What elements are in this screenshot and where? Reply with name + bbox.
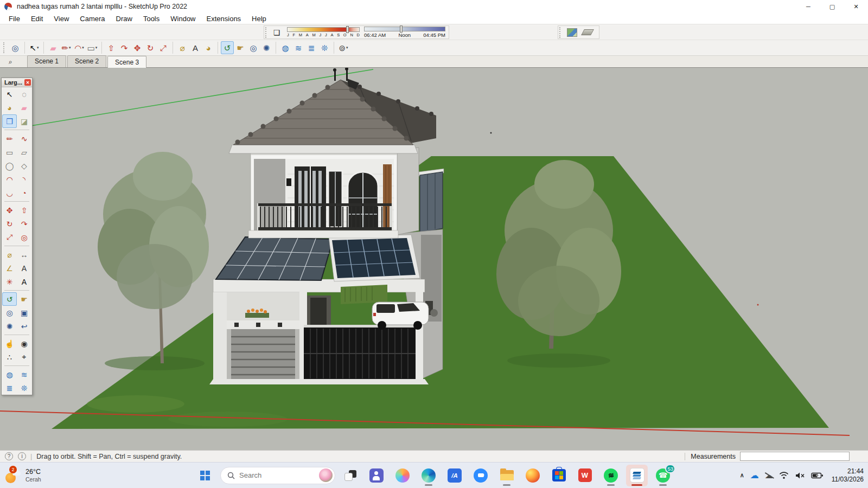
select-tool[interactable]: ↖ (2, 87, 17, 101)
3d-text-tool[interactable]: A (17, 275, 31, 288)
date-slider-handle[interactable] (346, 26, 349, 33)
rotated-rectangle-tool[interactable]: ▱ (17, 145, 31, 159)
zoom-app-taskbar-button[interactable] (470, 465, 492, 486)
volume-muted-tray-button[interactable] (795, 472, 805, 479)
measurements-input[interactable] (740, 452, 850, 461)
start-taskbar-button[interactable] (194, 465, 216, 486)
account-tool[interactable]: ⊚▾ (337, 41, 350, 54)
paint-bucket-tool[interactable]: ◕ (202, 41, 215, 54)
tape-measure-tool[interactable]: ⌀ (176, 41, 189, 54)
arc-tool[interactable]: ◠ (2, 172, 17, 186)
make-component-tool[interactable]: ❒ (2, 114, 17, 128)
info-icon[interactable]: i (18, 452, 26, 460)
help-icon[interactable]: ? (5, 452, 13, 460)
close-icon[interactable]: ✕ (24, 79, 31, 86)
menu-draw[interactable]: Draw (111, 14, 138, 23)
battery-tray-button[interactable] (811, 472, 824, 479)
menu-edit[interactable]: Edit (25, 14, 48, 23)
walk-tool[interactable]: ∴ (2, 350, 17, 364)
palette-title-bar[interactable]: Larg... ✕ (2, 78, 32, 87)
extension-tools-tool[interactable]: ❊ (17, 381, 31, 395)
follow-me-tool[interactable]: ↷ (118, 41, 131, 54)
minimize-button[interactable]: ─ (796, 0, 820, 13)
menu-extensions[interactable]: Extensions (201, 14, 247, 23)
rotate-tool[interactable]: ↻ (2, 217, 17, 230)
shadow-time-slider[interactable] (364, 27, 445, 31)
rectangle-tool[interactable]: ▭▾ (86, 41, 99, 54)
extension-align-tool[interactable]: ≋ (17, 368, 31, 381)
tag-tool[interactable]: ◪ (17, 114, 31, 128)
move-tool[interactable]: ✥ (2, 203, 17, 217)
spotify-taskbar-button[interactable]: ≋ (600, 465, 622, 486)
position-camera-tool[interactable]: ☝ (2, 337, 17, 350)
wps-taskbar-button[interactable]: W (574, 465, 596, 486)
select-tool[interactable]: ↖▾ (28, 41, 41, 54)
explorer-taskbar-button[interactable] (496, 465, 518, 486)
axes-tool[interactable]: ✳ (2, 275, 17, 288)
store-taskbar-button[interactable] (548, 465, 570, 486)
zoom-region-tool[interactable]: ◎ (9, 41, 22, 54)
search-icon[interactable]: ⌕ (2, 56, 18, 67)
scene-tab-3[interactable]: Scene 3 (107, 56, 146, 68)
lasso-tool[interactable]: ◌ (17, 87, 31, 101)
push-pull-tool[interactable]: ⇧ (17, 203, 31, 217)
zoom-window-tool[interactable]: ▣ (17, 306, 31, 319)
menu-tools[interactable]: Tools (138, 14, 165, 23)
search-bar[interactable] (220, 467, 335, 484)
zoom-extents-tool[interactable]: ✺ (2, 319, 17, 333)
offset-tool[interactable]: ◎ (17, 230, 31, 244)
circle-tool[interactable]: ◯ (2, 159, 17, 172)
scale-tool[interactable]: ⤢ (2, 230, 17, 244)
scene-tab-2[interactable]: Scene 2 (67, 55, 106, 67)
pan-tool[interactable]: ☛ (234, 41, 247, 54)
shadow-date-slider[interactable] (287, 27, 360, 32)
extension-align-tool[interactable]: ≋ (292, 41, 305, 54)
eraser-tool[interactable]: ▰ (17, 101, 31, 114)
copilot-taskbar-button[interactable] (392, 465, 413, 486)
line-tool[interactable]: ✏▾ (60, 41, 73, 54)
orbit-tool[interactable]: ↺ (221, 41, 234, 54)
scale-tool[interactable]: ⤢ (157, 41, 170, 54)
shadow-toggle-icon[interactable]: ❏ (271, 27, 283, 38)
follow-me-tool[interactable]: ↷ (17, 217, 31, 230)
firefox-taskbar-button[interactable] (522, 465, 544, 486)
face-style-icon[interactable] (581, 29, 594, 35)
extension-layers-tool[interactable]: ≣ (305, 41, 318, 54)
previous-tool[interactable]: ↩ (17, 319, 31, 333)
time-slider-handle[interactable] (400, 25, 403, 33)
clock[interactable]: 21:4411/03/2026 (832, 467, 864, 484)
tape-measure-tool[interactable]: ⌀ (2, 248, 17, 261)
text-tool[interactable]: A (189, 41, 202, 54)
toolbar-grip[interactable] (265, 27, 268, 38)
zoom-tool[interactable]: ◎ (247, 41, 260, 54)
rectangle-tool[interactable]: ▭ (2, 145, 17, 159)
rotate-tool[interactable]: ↻ (144, 41, 157, 54)
menu-file[interactable]: File (3, 14, 25, 23)
tray-expand-tray-button[interactable]: ∧ (740, 472, 744, 479)
extension-orbit-tool[interactable]: ◍ (2, 368, 17, 381)
zoom-tool[interactable]: ◎ (2, 306, 17, 319)
search-highlight-image[interactable] (319, 468, 333, 482)
extension-layers-tool[interactable]: ≣ (2, 381, 17, 395)
sketchup-taskbar-button[interactable] (626, 465, 648, 486)
add-location-icon[interactable] (567, 28, 577, 37)
protractor-tool[interactable]: ∠ (2, 261, 17, 275)
menu-help[interactable]: Help (246, 14, 272, 23)
onedrive-tray-button[interactable]: ☁ (750, 470, 759, 480)
edge-taskbar-button[interactable] (418, 465, 439, 486)
polygon-tool[interactable]: ◇ (17, 159, 31, 172)
line-tool[interactable]: ✏ (2, 132, 17, 145)
menu-view[interactable]: View (48, 14, 74, 23)
search-input[interactable] (239, 471, 304, 479)
push-pull-tool[interactable]: ⇧ (105, 41, 118, 54)
dimension-tool[interactable]: ↔ (17, 248, 31, 261)
menu-window[interactable]: Window (165, 14, 201, 23)
two-point-arc-tool[interactable]: ◝ (17, 172, 31, 186)
pie-tool[interactable]: ◔ (17, 186, 31, 200)
task-view-taskbar-button[interactable] (340, 465, 361, 486)
teams-taskbar-button[interactable] (366, 465, 387, 486)
text-tool[interactable]: A (17, 261, 31, 275)
close-button[interactable]: ✕ (844, 0, 868, 13)
ia-taskbar-button[interactable]: /A (444, 465, 465, 486)
toolbar-grip[interactable] (3, 42, 6, 53)
